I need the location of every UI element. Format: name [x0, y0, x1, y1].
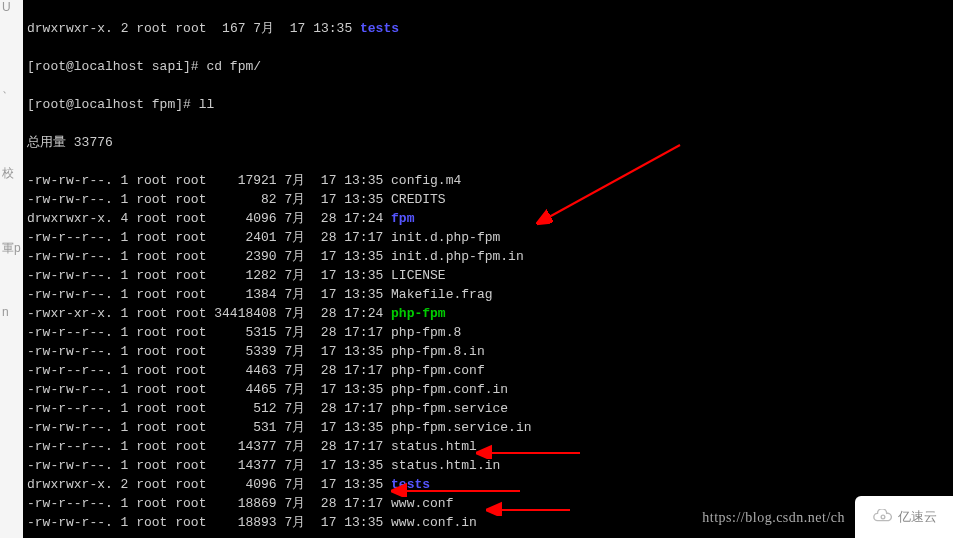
total-line: 总用量 33776 — [27, 133, 949, 152]
prompt-line: [root@localhost fpm]# ll — [27, 95, 949, 114]
listing-row: -rw-r--r--. 1 root root 14377 7月 28 17:1… — [27, 437, 949, 456]
svg-point-0 — [881, 515, 885, 519]
file-Makefile.frag: Makefile.frag — [391, 287, 492, 302]
listing-row: -rw-rw-r--. 1 root root 5339 7月 17 13:35… — [27, 342, 949, 361]
terminal-output[interactable]: drwxrwxr-x. 2 root root 167 7月 17 13:35 … — [23, 0, 953, 538]
dir-tests: tests — [360, 21, 399, 36]
listing-row: drwxrwxr-x. 4 root root 4096 7月 28 17:24… — [27, 209, 949, 228]
file-php-fpm.conf.in: php-fpm.conf.in — [391, 382, 508, 397]
listing-row: drwxrwxr-x. 2 root root 4096 7月 17 13:35… — [27, 475, 949, 494]
file-init.d.php-fpm: init.d.php-fpm — [391, 230, 500, 245]
listing-row: -rw-r--r--. 1 root root 5315 7月 28 17:17… — [27, 323, 949, 342]
listing-row: -rw-rw-r--. 1 root root 17921 7月 17 13:3… — [27, 171, 949, 190]
prompt-line: [root@localhost sapi]# cd fpm/ — [27, 57, 949, 76]
listing-row: -rw-rw-r--. 1 root root 1384 7月 17 13:35… — [27, 285, 949, 304]
listing-row: -rw-rw-r--. 1 root root 531 7月 17 13:35 … — [27, 418, 949, 437]
watermark-text: https://blog.csdn.net/ch — [702, 510, 845, 526]
listing-row: -rw-r--r--. 1 root root 512 7月 28 17:17 … — [27, 399, 949, 418]
file-status.html.in: status.html.in — [391, 458, 500, 473]
file-php-fpm.service.in: php-fpm.service.in — [391, 420, 531, 435]
file-php-fpm.service: php-fpm.service — [391, 401, 508, 416]
file-php-fpm.8.in: php-fpm.8.in — [391, 344, 485, 359]
file-fpm: fpm — [391, 211, 414, 226]
left-sidebar: U 、 校 軍p n — [0, 0, 23, 538]
sidebar-glyph-1: 、 — [2, 80, 22, 97]
sidebar-glyph-2: 校 — [2, 165, 22, 182]
file-www.conf: www.conf — [391, 496, 453, 511]
file-LICENSE: LICENSE — [391, 268, 446, 283]
file-config.m4: config.m4 — [391, 173, 461, 188]
file-www.conf.in: www.conf.in — [391, 515, 477, 530]
listing-row: -rw-r--r--. 1 root root 4463 7月 28 17:17… — [27, 361, 949, 380]
listing-row: -rwxr-xr-x. 1 root root 34418408 7月 28 1… — [27, 304, 949, 323]
logo-text: 亿速云 — [898, 508, 937, 526]
file-php-fpm: php-fpm — [391, 306, 446, 321]
file-init.d.php-fpm.in: init.d.php-fpm.in — [391, 249, 524, 264]
file-status.html: status.html — [391, 439, 477, 454]
sidebar-glyph-4: n — [2, 305, 22, 319]
file-php-fpm.8: php-fpm.8 — [391, 325, 461, 340]
cloud-icon — [872, 509, 894, 525]
listing-row: -rw-rw-r--. 1 root root 1282 7月 17 13:35… — [27, 266, 949, 285]
sidebar-glyph-3: 軍p — [2, 240, 22, 257]
file-CREDITS: CREDITS — [391, 192, 446, 207]
listing-row: -rw-rw-r--. 1 root root 82 7月 17 13:35 C… — [27, 190, 949, 209]
listing-row: -rw-r--r--. 1 root root 2401 7月 28 17:17… — [27, 228, 949, 247]
file-tests: tests — [391, 477, 430, 492]
listing-row: -rw-rw-r--. 1 root root 4465 7月 17 13:35… — [27, 380, 949, 399]
listing-row: drwxrwxr-x. 2 root root 167 7月 17 13:35 … — [27, 19, 949, 38]
logo-badge: 亿速云 — [855, 496, 953, 538]
sidebar-glyph-u: U — [2, 0, 22, 14]
listing-row: -rw-rw-r--. 1 root root 14377 7月 17 13:3… — [27, 456, 949, 475]
listing-row: -rw-rw-r--. 1 root root 2390 7月 17 13:35… — [27, 247, 949, 266]
file-php-fpm.conf: php-fpm.conf — [391, 363, 485, 378]
